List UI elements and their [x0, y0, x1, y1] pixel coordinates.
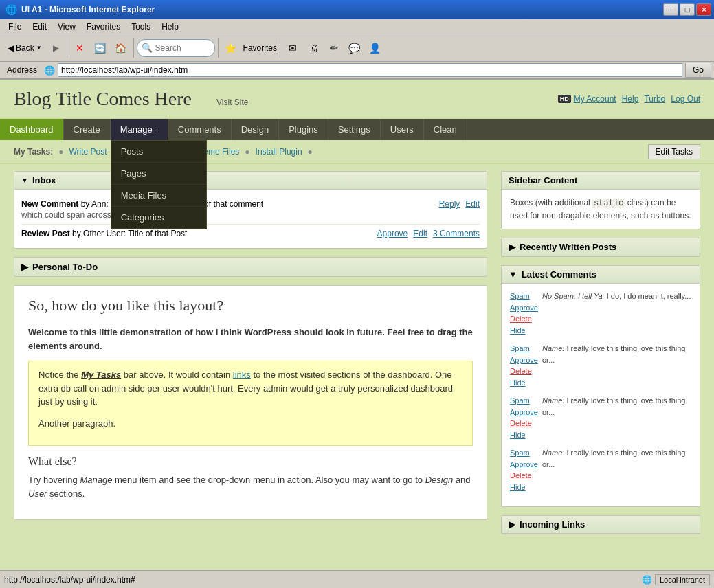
nav-item-create[interactable]: Create	[64, 119, 111, 140]
nav-item-plugins[interactable]: Plugins	[279, 119, 328, 140]
sidebar-comment-1-text: Name: I really love this thing love this…	[542, 343, 691, 388]
incoming-links-header[interactable]: ▶ Incoming Links	[502, 516, 700, 534]
task-write-post[interactable]: Write Post	[69, 147, 107, 157]
logout-link[interactable]: Log Out	[671, 94, 700, 104]
highlight-text: Notice the My Tasks bar above. It would …	[38, 368, 462, 409]
browser-content: Blog Title Comes Here Visit Site HD My A…	[0, 80, 714, 570]
task-install-plugin[interactable]: Install Plugin	[256, 147, 302, 157]
inbox-edit-link[interactable]: Edit	[465, 199, 480, 209]
turbo-link[interactable]: Turbo	[644, 94, 665, 104]
highlight-box: Notice the My Tasks bar above. It would …	[28, 361, 473, 446]
recently-written-title: Recently Written Posts	[520, 242, 616, 252]
sidebar-comment-3: Spam Approve Delete Hide Name: I really …	[510, 447, 691, 493]
inbox-arrow-icon: ▼	[21, 177, 28, 184]
latest-comments-box: ▼ Latest Comments Spam Approve Delete Hi…	[501, 265, 700, 507]
inbox-reply-link[interactable]: Reply	[439, 199, 460, 209]
dropdown-pages[interactable]: Pages	[111, 163, 206, 185]
wp-tasks-bar: My Tasks: ● Write Post ● View Stats ● Ed…	[0, 140, 714, 164]
search-input[interactable]	[155, 43, 210, 53]
menu-file[interactable]: File	[3, 21, 27, 33]
sidebar-comment-3-text: Name: I really love this thing love this…	[542, 447, 691, 493]
address-input[interactable]	[58, 63, 682, 77]
nav-item-dashboard[interactable]: Dashboard	[0, 119, 64, 140]
discussions-button[interactable]: 💬	[345, 38, 364, 58]
manage-cursor-icon: |	[156, 126, 158, 134]
comment-2-hide[interactable]: Hide	[510, 429, 538, 441]
recently-written-box: ▶ Recently Written Posts	[501, 238, 700, 257]
comment-1-spam[interactable]: Spam	[510, 343, 538, 354]
messenger-button[interactable]: 👤	[366, 38, 385, 58]
recently-written-header[interactable]: ▶ Recently Written Posts	[502, 238, 700, 256]
search-box[interactable]: 🔍	[137, 39, 215, 57]
globe-icon: 🌐	[642, 575, 652, 585]
toolbar-separator-4	[280, 38, 280, 58]
edit-tasks-button[interactable]: Edit Tasks	[648, 144, 700, 159]
favorites-button[interactable]: ⭐	[221, 38, 241, 58]
back-dropdown-icon: ▼	[36, 45, 42, 51]
comment-3-delete[interactable]: Delete	[510, 470, 538, 482]
maximize-button[interactable]: □	[680, 3, 695, 16]
menu-tools[interactable]: Tools	[126, 21, 156, 33]
blog-title: Blog Title Comes Here	[14, 88, 192, 109]
home-button[interactable]: 🏠	[111, 38, 131, 58]
comment-1-approve[interactable]: Approve	[510, 354, 538, 366]
comment-3-approve[interactable]: Approve	[510, 459, 538, 471]
comment-0-approve[interactable]: Approve	[510, 302, 538, 314]
menu-edit[interactable]: Edit	[27, 21, 52, 33]
inbox-title: Inbox	[32, 175, 56, 185]
inbox-comments-link[interactable]: 3 Comments	[433, 229, 480, 238]
sidebar-comment-3-actions: Spam Approve Delete Hide	[510, 447, 538, 493]
menu-view[interactable]: View	[52, 21, 81, 33]
comment-2-spam[interactable]: Spam	[510, 395, 538, 407]
manage-dropdown: Posts Pages Media Files Categories	[111, 140, 207, 229]
comment-2-approve[interactable]: Approve	[510, 407, 538, 418]
comment-0-spam[interactable]: Spam	[510, 291, 538, 302]
inbox-item-0-actions: Reply Edit	[439, 199, 480, 209]
refresh-button[interactable]: 🔄	[91, 38, 110, 58]
nav-item-manage[interactable]: Manage |	[111, 119, 168, 140]
visit-site-link[interactable]: Visit Site	[216, 98, 248, 107]
todo-header[interactable]: ▶ Personal To-Do	[14, 258, 487, 276]
close-button[interactable]: ✕	[696, 3, 711, 16]
nav-item-comments[interactable]: Comments	[168, 119, 232, 140]
edit-button[interactable]: ✏	[324, 38, 344, 58]
comment-3-spam[interactable]: Spam	[510, 447, 538, 459]
comment-0-delete[interactable]: Delete	[510, 313, 538, 325]
help-link[interactable]: Help	[622, 94, 639, 104]
nav-item-clean[interactable]: Clean	[424, 119, 467, 140]
inbox-item-1-title: Title of that Post	[128, 229, 187, 238]
inbox-box: ▼ Inbox Reply Edit New Comment	[14, 171, 487, 249]
comment-1-hide[interactable]: Hide	[510, 377, 538, 389]
print-button[interactable]: 🖨	[304, 38, 323, 58]
sidebar-content-header[interactable]: Sidebar Content	[502, 172, 700, 190]
dropdown-posts[interactable]: Posts	[111, 141, 206, 163]
favorites-label[interactable]: Favorites	[243, 43, 277, 53]
minimize-button[interactable]: ─	[663, 3, 678, 16]
highlight-links[interactable]: links	[233, 370, 251, 380]
comment-2-delete[interactable]: Delete	[510, 418, 538, 429]
inbox-edit-link-2[interactable]: Edit	[413, 229, 427, 238]
comment-1-delete[interactable]: Delete	[510, 365, 538, 377]
my-tasks-label: My Tasks:	[14, 147, 53, 157]
mail-button[interactable]: ✉	[283, 38, 302, 58]
back-button[interactable]: ◀ Back ▼	[3, 37, 47, 59]
nav-item-design[interactable]: Design	[232, 119, 279, 140]
comment-0-hide[interactable]: Hide	[510, 325, 538, 337]
menu-favorites[interactable]: Favorites	[81, 21, 126, 33]
stop-button[interactable]: ✕	[70, 38, 89, 58]
menu-help[interactable]: Help	[156, 21, 184, 33]
latest-comments-header[interactable]: ▼ Latest Comments	[502, 266, 700, 284]
dropdown-media-files[interactable]: Media Files	[111, 185, 206, 207]
nav-item-users[interactable]: Users	[381, 119, 424, 140]
nav-item-settings[interactable]: Settings	[328, 119, 381, 140]
browser-icon: 🌐	[5, 4, 17, 15]
wp-content-left: ▼ Inbox Reply Edit New Comment	[14, 171, 487, 543]
inbox-item-1-actions: Approve Edit 3 Comments	[377, 229, 480, 238]
go-button[interactable]: Go	[685, 63, 711, 78]
my-account-link[interactable]: My Account	[574, 94, 616, 104]
dropdown-categories[interactable]: Categories	[111, 207, 206, 229]
comment-3-hide[interactable]: Hide	[510, 482, 538, 493]
inbox-approve-link[interactable]: Approve	[377, 229, 408, 238]
forward-button[interactable]: ▶	[48, 37, 64, 59]
inbox-header[interactable]: ▼ Inbox	[14, 172, 487, 190]
